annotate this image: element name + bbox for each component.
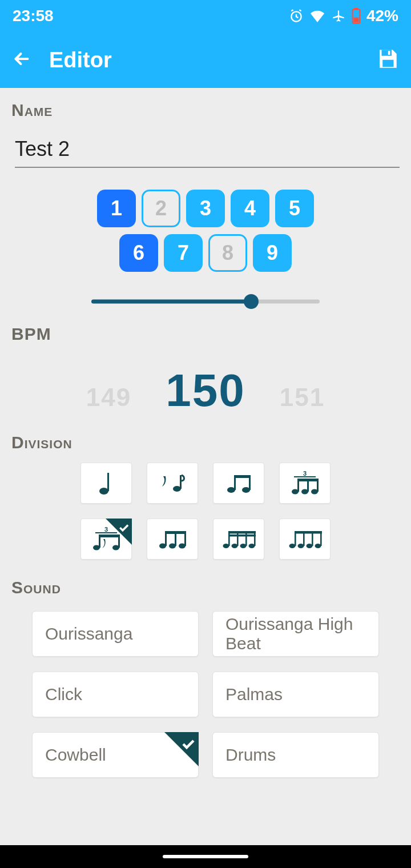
svg-point-55 [315,544,321,548]
svg-point-53 [307,544,313,548]
svg-point-12 [242,487,250,493]
sound-option-cowbell[interactable]: Cowbell [32,732,199,778]
status-time: 23:58 [13,7,54,25]
sound-section-label: Sound [11,578,400,597]
division-option-three-eighths[interactable] [147,519,198,560]
svg-rect-38 [165,531,186,534]
svg-rect-17 [294,476,316,477]
status-bar: 23:58 42% [0,0,411,32]
svg-point-43 [240,544,247,548]
bpm-prev: 149 [86,383,131,412]
app-bar: Editor [0,32,411,88]
beat-button-3[interactable]: 3 [186,190,225,227]
svg-rect-24 [297,479,319,481]
svg-rect-10 [180,475,182,489]
four-sixteenths-a-icon [220,528,257,550]
beat-button-6[interactable]: 6 [119,234,158,272]
svg-point-41 [232,544,238,548]
division-option-quarter[interactable] [80,463,132,504]
selected-check-icon [164,732,199,766]
quarter-icon [98,471,115,496]
alarm-icon [289,9,304,23]
beat-button-1[interactable]: 1 [97,190,136,227]
sound-label: Ourissanga [45,624,132,644]
svg-rect-6 [388,51,390,55]
sound-label: Click [45,685,82,704]
svg-rect-47 [228,531,256,534]
sound-grid: OurissangaOurissanga High BeatClickPalma… [11,611,400,778]
bpm-current: 150 [166,364,245,417]
nav-pill[interactable] [163,855,248,858]
svg-text:3: 3 [303,471,307,477]
svg-rect-3 [353,18,358,22]
division-option-two-eighths[interactable] [213,463,264,504]
beat-button-4[interactable]: 4 [231,190,269,227]
sound-label: Palmas [225,685,283,704]
beats-selector: 12345 6789 [11,190,400,272]
svg-rect-5 [382,60,393,67]
arrow-left-icon [11,49,32,69]
name-section-label: Name [11,101,400,120]
svg-point-49 [289,544,296,548]
sound-label: Drums [225,745,276,765]
division-option-four-sixteenths-b[interactable] [279,519,331,560]
system-nav-bar [0,845,411,868]
sound-option-ourissanga-high-beat[interactable]: Ourissanga High Beat [212,611,379,657]
division-grid: 33 [11,463,400,560]
save-button[interactable] [376,47,400,73]
division-option-swing-triplet[interactable]: 3 [80,519,132,560]
beats-slider[interactable] [91,295,320,308]
division-option-rest-eighth[interactable] [147,463,198,504]
bpm-next: 151 [280,383,325,412]
svg-rect-8 [107,473,109,491]
beat-button-7[interactable]: 7 [164,234,203,272]
status-icons: 42% [289,7,398,25]
sound-option-click[interactable]: Click [32,672,199,717]
sound-option-drums[interactable]: Drums [212,732,379,778]
save-icon [376,47,400,71]
beat-button-9[interactable]: 9 [253,234,292,272]
svg-rect-48 [228,535,256,537]
svg-rect-57 [295,531,322,534]
two-eighths-icon [224,472,253,495]
status-battery: 42% [366,7,398,25]
page-title: Editor [49,48,358,73]
battery-icon [352,8,361,24]
beat-button-8[interactable]: 8 [208,234,247,272]
beat-button-2[interactable]: 2 [142,190,180,227]
sound-label: Cowbell [45,745,106,765]
bpm-section-label: BPM [11,324,400,344]
back-button[interactable] [11,49,32,71]
svg-point-9 [173,486,181,492]
svg-point-7 [99,488,108,495]
name-input[interactable] [15,134,400,168]
slider-thumb[interactable] [244,294,259,309]
svg-point-51 [298,544,304,548]
bpm-picker[interactable]: 149 150 151 [11,364,400,417]
rest-eighth-icon [160,472,185,495]
division-option-four-sixteenths-a[interactable] [213,519,264,560]
svg-point-39 [223,544,229,548]
wifi-icon [309,10,325,22]
division-section-label: Division [11,433,400,452]
beat-button-5[interactable]: 5 [275,190,314,227]
airplane-icon [331,9,346,23]
svg-point-11 [227,487,235,493]
sound-option-ourissanga[interactable]: Ourissanga [32,611,199,657]
three-eighths-icon [156,528,189,550]
svg-rect-15 [234,475,251,478]
sound-option-palmas[interactable]: Palmas [212,672,379,717]
selected-check-icon [106,519,132,545]
svg-point-45 [249,544,255,548]
sound-label: Ourissanga High Beat [225,614,366,653]
triplet-icon: 3 [288,471,321,496]
four-sixteenths-b-icon [287,528,323,550]
division-option-triplet[interactable]: 3 [279,463,331,504]
